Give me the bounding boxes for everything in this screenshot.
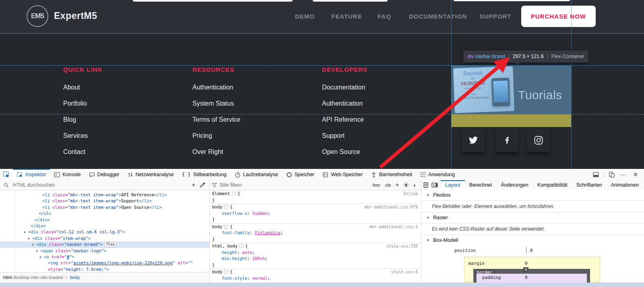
devtools-tab-netzwerkanalyse[interactable]: Netzwerkanalyse: [124, 169, 178, 180]
highlight-toggle-icon[interactable]: [239, 244, 243, 248]
element-picker-button[interactable]: [0, 169, 13, 180]
rule-source-link[interactable]: style.css:735: [386, 243, 418, 250]
markup-tree-line[interactable]: </div>: [0, 223, 209, 229]
expand-arrow-icon[interactable]: ▼: [36, 248, 38, 254]
footer-link[interactable]: Over Right: [192, 148, 313, 164]
footer-link[interactable]: Services: [63, 132, 184, 148]
boxmodel-position-top[interactable]: 0: [530, 248, 533, 253]
nav-link-feature[interactable]: FEATURE: [331, 13, 362, 20]
print-simulation-icon[interactable]: ◐: [411, 182, 419, 188]
boxmodel-border-top[interactable]: 0: [523, 267, 528, 272]
html-search-input[interactable]: HTML durchsuchen: [13, 182, 189, 188]
markup-tree-line[interactable]: ▼<div class="navbar-brand">flex: [0, 241, 209, 247]
nav-link-faq[interactable]: FAQ: [378, 13, 391, 20]
pseudo-class-button[interactable]: :hov: [370, 183, 382, 187]
footer-link[interactable]: Contact: [63, 148, 184, 164]
devtools-tab-barrierefreiheit[interactable]: Barrierefreiheit: [367, 169, 416, 180]
expand-arrow-icon[interactable]: ▼: [39, 254, 41, 260]
boxmodel-section-header[interactable]: ▼Box-Modell: [421, 235, 644, 245]
sidebar-tab-berechnet[interactable]: Berechnet: [465, 180, 497, 190]
markup-tree-line[interactable]: <img src="assets/images/logo-mobirise-22…: [0, 260, 209, 266]
footer-link[interactable]: Terms of Service: [192, 116, 313, 132]
responsive-mode-button[interactable]: [606, 170, 617, 179]
expand-arrow-icon[interactable]: ▼: [24, 229, 26, 235]
footer-link[interactable]: Portfolio: [63, 100, 184, 116]
rule-declaration[interactable]: min-height: 100vh;: [210, 256, 421, 262]
devtools-tab-stilbearbeitung[interactable]: { }Stilbearbeitung: [178, 169, 231, 180]
pane-doc-icon[interactable]: [421, 182, 430, 188]
facebook-icon[interactable]: [496, 129, 518, 152]
markup-tree-line[interactable]: </ul>: [0, 210, 209, 216]
footer-link[interactable]: Authentication: [322, 100, 443, 116]
expand-arrow-icon[interactable]: ▼: [28, 236, 30, 242]
rule-declaration[interactable]: height: auto;: [210, 250, 421, 256]
boxmodel-margin-top[interactable]: 0: [525, 261, 528, 266]
footer-link[interactable]: Open Source: [322, 148, 443, 164]
markup-tree-line[interactable]: ▼<div class="col-12 col-sm-6 col-lg-3">: [0, 229, 209, 235]
highlight-toggle-icon[interactable]: [224, 205, 228, 209]
nav-link-support[interactable]: SUPPORT: [479, 13, 512, 20]
close-devtools-button[interactable]: ✕: [630, 170, 641, 179]
markup-tree-line[interactable]: <li class="mbr-text item-wrap">Open Sour…: [0, 204, 209, 210]
devtools-tab-anwendung[interactable]: Anwendung: [416, 169, 459, 180]
grid-section-header[interactable]: ▼Raster: [421, 212, 644, 223]
rule-declaration[interactable]: font-family: Finlandica;: [210, 230, 421, 236]
markup-tree-line[interactable]: ▼<div class="item-wrap">: [0, 235, 209, 241]
devtools-tab-inspektor[interactable]: Inspektor: [13, 169, 50, 180]
expand-arrow-icon[interactable]: ▼: [32, 242, 34, 248]
sidebar-tab-layout[interactable]: Layout: [441, 180, 465, 190]
rule-source-link[interactable]: Inline: [403, 191, 418, 197]
sidebar-tab-änderungen[interactable]: Änderungen: [497, 180, 533, 190]
class-toggle-button[interactable]: .cls: [382, 183, 393, 187]
rule-source-link[interactable]: mbr-additional.css:1: [369, 224, 418, 230]
markup-tree-line[interactable]: ▼<a href="#">: [0, 254, 209, 260]
add-node-button[interactable]: +: [189, 181, 198, 189]
footer-link[interactable]: Pricing: [192, 132, 313, 148]
rule-source-link[interactable]: style.css:6: [391, 269, 418, 275]
site-logo[interactable]: EM5: [27, 5, 48, 27]
breadcrumb-html[interactable]: html.desktop.mbr-site-loaded: [3, 275, 63, 280]
footer-link[interactable]: Authentication: [192, 83, 313, 100]
devtools-tab-konsole[interactable]: Konsole: [50, 169, 85, 180]
meatball-menu-button[interactable]: ⋯: [618, 170, 629, 179]
dock-side-button[interactable]: [590, 170, 601, 179]
devtools-tab-laufzeitanalyse[interactable]: Laufzeitanalyse: [231, 169, 282, 180]
markup-tree-line[interactable]: ▼<span class="navbar-logo">: [0, 248, 209, 254]
instagram-icon[interactable]: [527, 129, 550, 152]
rule-declaration[interactable]: font-style: normal;: [210, 275, 421, 282]
site-brand-title[interactable]: ExpertM5: [54, 10, 97, 21]
style-filter-input[interactable]: Stile filtern: [219, 182, 370, 188]
rule-source-link[interactable]: mbr-additional.css:679: [365, 204, 418, 210]
devtools-tab-speicher[interactable]: Speicher: [282, 169, 318, 180]
markup-tree-line[interactable]: style="height: 7.6rem;">: [0, 266, 209, 272]
pane-toggle-icon[interactable]: [430, 183, 439, 187]
footer-link[interactable]: API Reference: [322, 116, 443, 132]
devtools-tab-web-speicher[interactable]: Web-Speicher: [318, 169, 367, 180]
highlight-toggle-icon[interactable]: [232, 192, 235, 195]
sidebar-tab-animationen[interactable]: Animationen: [607, 180, 644, 190]
add-rule-button[interactable]: +: [393, 181, 402, 189]
markup-tree-line[interactable]: </div>: [0, 217, 209, 223]
rule-declaration[interactable]: overflow-x: hidden;: [210, 210, 421, 217]
highlight-toggle-icon[interactable]: [224, 270, 228, 274]
flex-badge[interactable]: flex: [104, 242, 116, 247]
footer-link[interactable]: Support: [322, 132, 443, 148]
nav-link-demo[interactable]: DEMO: [295, 13, 315, 20]
footer-link[interactable]: System Status: [192, 100, 313, 116]
footer-link[interactable]: About: [63, 83, 184, 100]
sidebar-tab-kompatibilität[interactable]: Kompatibilität: [533, 180, 572, 190]
highlight-toggle-icon[interactable]: [224, 225, 228, 229]
markup-tree-line[interactable]: <li class="mbr-text item-wrap">API Refer…: [0, 192, 209, 198]
footer-link[interactable]: Blog: [63, 116, 184, 132]
twitter-icon[interactable]: [462, 129, 485, 152]
eyedropper-icon[interactable]: [198, 182, 207, 188]
boxmodel-padding-top[interactable]: 0: [525, 275, 528, 280]
markup-tree-line[interactable]: <li class="mbr-text item-wrap">Support</…: [0, 198, 209, 204]
sidebar-tab-schriftarten[interactable]: Schriftarten: [572, 180, 607, 190]
breadcrumb-body[interactable]: body: [70, 275, 80, 280]
footer-link[interactable]: Documentation: [322, 83, 443, 100]
purchase-now-button[interactable]: PURCHASE NOW: [521, 6, 596, 27]
nav-link-documentation[interactable]: DOCUMENTATION: [409, 13, 467, 20]
light-theme-icon[interactable]: [402, 182, 411, 188]
flexbox-section-header[interactable]: ▼Flexbox: [421, 190, 644, 201]
